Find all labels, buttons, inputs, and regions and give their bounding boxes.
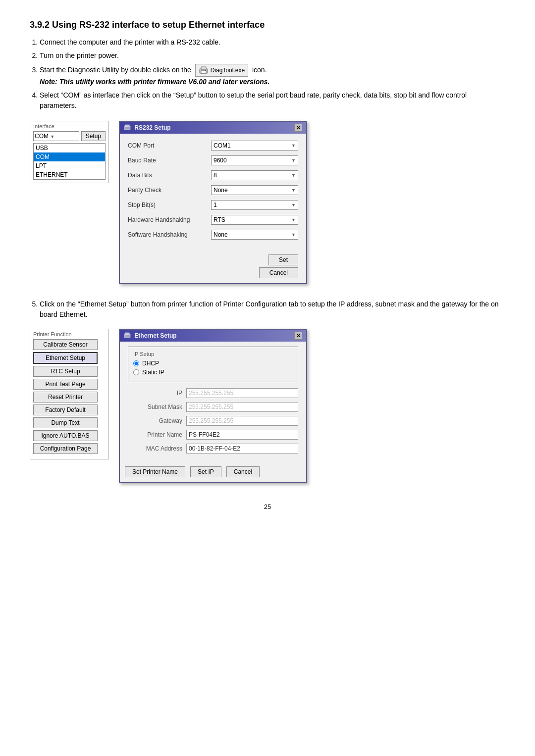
ethernet-cancel-button[interactable]: Cancel [226,466,260,477]
setup-button[interactable]: Setup [81,131,106,141]
rs232-field-select-1[interactable]: 9600▼ [211,155,298,165]
rs232-field-label-4: Stop Bit(s) [128,202,207,208]
rs232-body: COM PortCOM1▼Baud Rate9600▼Data Bits8▼Pa… [120,134,306,252]
rs232-field-arrow-4: ▼ [291,202,296,207]
rs232-field-label-1: Baud Rate [128,157,207,164]
diagtool-icon: DiagTool.exe [195,64,248,77]
rs232-field-arrow-5: ▼ [291,217,296,222]
static-ip-radio[interactable] [133,369,139,375]
rs232-set-button[interactable]: Set [268,254,298,265]
eth-field-input-4[interactable] [186,444,298,454]
printer-function-panel: Printer Function Calibrate SensorEtherne… [30,329,109,459]
step-1: Connect the computer and the printer wit… [40,37,505,48]
set-ip-button[interactable]: Set IP [190,466,221,477]
ip-setup-group: IP Setup DHCP Static IP [128,347,298,382]
ethernet-body: IP Setup DHCP Static IP IPSubnet MaskGat… [120,342,306,462]
diagtool-label: DiagTool.exe [211,66,245,75]
eth-field-label-3: Printer Name [128,431,182,438]
interface-legend: Interface [33,123,106,129]
rs232-field-label-0: COM Port [128,142,207,149]
eth-field-row-2: Gateway [128,416,298,426]
pf-btn-rtc-setup[interactable]: RTC Setup [33,366,98,377]
option-ethernet[interactable]: ETHERNET [34,170,105,179]
rs232-field-row-6: Software HandshakingNone▼ [128,230,298,240]
eth-field-input-1[interactable] [186,402,298,412]
pf-btn-print-test-page[interactable]: Print Test Page [33,379,98,390]
ethernet-close-button[interactable]: ✕ [294,332,302,340]
pf-btn-configuration-page[interactable]: Configuration Page [33,443,98,454]
rs232-field-row-2: Data Bits8▼ [128,170,298,180]
ip-setup-title: IP Setup [133,351,293,357]
static-ip-label: Static IP [142,369,164,376]
eth-field-row-4: MAC Address [128,444,298,454]
rs232-field-select-6[interactable]: None▼ [211,230,298,240]
svg-rect-7 [125,333,129,335]
eth-field-row-0: IP [128,388,298,398]
rs232-field-row-3: Parity CheckNone▼ [128,185,298,195]
set-printer-name-button[interactable]: Set Printer Name [125,466,185,477]
rs232-field-row-4: Stop Bit(s)1▼ [128,200,298,210]
rs232-field-label-2: Data Bits [128,172,207,179]
interface-select-row[interactable]: COM ▼ Setup [33,131,106,141]
eth-field-label-4: MAC Address [128,445,182,452]
ethernet-actions: Set Printer Name Set IP Cancel [120,462,306,482]
diagram-2: Printer Function Calibrate SensorEtherne… [30,329,505,483]
rs232-field-value-2: 8 [214,172,217,179]
pf-btn-dump-text[interactable]: Dump Text [33,417,98,428]
eth-field-row-1: Subnet Mask [128,402,298,412]
step-3: Start the Diagnostic Utility by double c… [40,64,505,87]
eth-field-label-0: IP [128,390,182,397]
pf-btn-ethernet-setup[interactable]: Ethernet Setup [33,352,98,364]
step-5: Click on the “Ethernet Setup” button fro… [40,299,505,320]
rs232-titlebar: RS232 Setup ✕ [120,122,306,134]
pf-btn-reset-printer[interactable]: Reset Printer [33,392,98,403]
rs232-field-select-5[interactable]: RTS▼ [211,215,298,225]
rs232-field-value-3: None [214,187,228,194]
note-text: Note: This utility works with printer fi… [40,78,269,86]
option-usb[interactable]: USB [34,144,105,152]
dhcp-radio[interactable] [133,360,139,366]
eth-field-input-0[interactable] [186,388,298,398]
rs232-field-label-3: Parity Check [128,187,207,194]
interface-dropdown[interactable]: COM ▼ [33,131,79,141]
rs232-field-select-0[interactable]: COM1▼ [211,141,298,151]
svg-rect-5 [125,125,129,127]
rs232-field-arrow-2: ▼ [291,173,296,178]
rs232-title: RS232 Setup [124,124,171,132]
rs232-field-value-5: RTS [214,216,225,223]
rs232-dialog: RS232 Setup ✕ COM PortCOM1▼Baud Rate9600… [119,121,307,284]
rs232-field-label-5: Hardware Handshaking [128,216,207,223]
ethernet-title: Ethernet Setup [124,332,177,340]
diagram-1: Interface COM ▼ Setup USB COM LPT ETHERN… [30,121,505,284]
static-ip-radio-row[interactable]: Static IP [133,369,293,376]
eth-field-label-1: Subnet Mask [128,403,182,410]
eth-field-row-3: Printer Name [128,430,298,440]
rs232-cancel-button[interactable]: Cancel [259,267,298,278]
interface-dropdown-list[interactable]: USB COM LPT ETHERNET [33,143,106,180]
rs232-field-select-2[interactable]: 8▼ [211,170,298,180]
rs232-field-row-1: Baud Rate9600▼ [128,155,298,165]
pf-btn-factory-default[interactable]: Factory Default [33,404,98,415]
page-number: 25 [30,503,505,510]
option-com[interactable]: COM [34,152,105,161]
section-title: 3.9.2 Using RS-232 interface to setup Et… [30,20,505,30]
rs232-field-arrow-0: ▼ [291,143,296,148]
rs232-field-row-5: Hardware HandshakingRTS▼ [128,215,298,225]
rs232-field-select-4[interactable]: 1▼ [211,200,298,210]
eth-field-input-3[interactable] [186,430,298,440]
eth-field-input-2[interactable] [186,416,298,426]
pf-btn-ignore-auto.bas[interactable]: Ignore AUTO.BAS [33,430,98,441]
rs232-field-arrow-3: ▼ [291,188,296,193]
rs232-field-value-1: 9600 [214,157,227,164]
svg-point-3 [205,70,206,71]
pf-btn-calibrate-sensor[interactable]: Calibrate Sensor [33,339,98,350]
option-lpt[interactable]: LPT [34,161,105,170]
dhcp-radio-row[interactable]: DHCP [133,360,293,367]
dhcp-label: DHCP [142,360,159,367]
step-2: Turn on the printer power. [40,50,505,61]
rs232-close-button[interactable]: ✕ [294,124,302,132]
rs232-field-arrow-6: ▼ [291,232,296,237]
rs232-field-arrow-1: ▼ [291,158,296,163]
svg-rect-1 [201,67,206,69]
rs232-field-select-3[interactable]: None▼ [211,185,298,195]
